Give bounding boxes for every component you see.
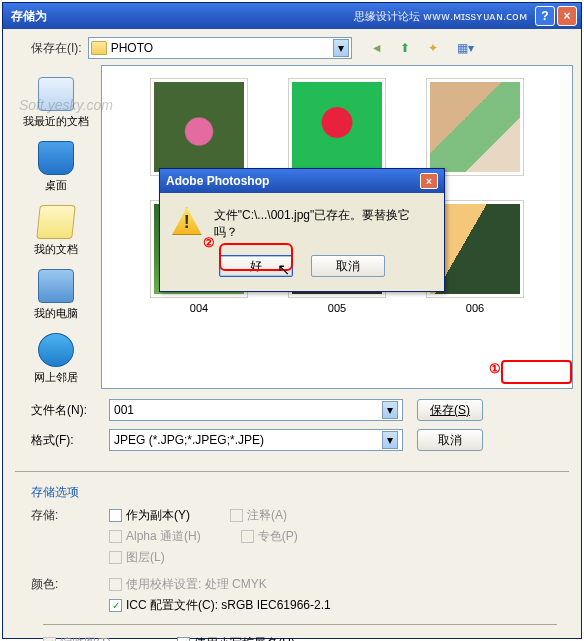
up-folder-button[interactable]: ⬆ (394, 37, 416, 59)
window-title: 存储为 (7, 8, 354, 25)
chevron-down-icon[interactable]: ▾ (382, 431, 398, 449)
titlebar: 存储为 思缘设计论坛 ᴡᴡᴡ.ᴍɪssʏᴜᴀɴ.ᴄᴏᴍ ? × (3, 3, 581, 29)
annotations-checkbox: 注释(A) (230, 507, 287, 524)
dialog-ok-button[interactable]: 好 (219, 255, 293, 277)
lowercase-ext-checkbox[interactable]: ✓使用小写扩展名(U) (177, 635, 295, 641)
file-thumb[interactable] (288, 78, 386, 176)
annotation-number-2: ② (203, 235, 215, 250)
close-button[interactable]: × (557, 6, 577, 26)
location-value: PHOTO (111, 41, 333, 55)
dialog-close-button[interactable]: × (420, 173, 438, 189)
save-button[interactable]: 保存(S) (417, 399, 483, 421)
file-thumb[interactable] (150, 78, 248, 176)
place-network[interactable]: 网上邻居 (16, 329, 96, 389)
save-options-label: 存储: (31, 507, 109, 570)
spot-checkbox: 专色(P) (241, 528, 298, 545)
cancel-button[interactable]: 取消 (417, 429, 483, 451)
format-combo[interactable]: JPEG (*.JPG;*.JPEG;*.JPE) ▾ (109, 429, 403, 451)
place-mydocs[interactable]: 我的文档 (16, 201, 96, 261)
folder-icon (91, 41, 107, 55)
options-title: 存储选项 (31, 484, 109, 501)
chevron-down-icon[interactable]: ▾ (333, 39, 349, 57)
proof-checkbox: 使用校样设置: 处理 CMYK (109, 576, 267, 593)
new-folder-button[interactable]: ✦ (422, 37, 444, 59)
format-label: 格式(F): (31, 432, 109, 449)
file-thumb[interactable] (426, 78, 524, 176)
places-bar: 我最近的文档 桌面 我的文档 我的电脑 网上邻居 (11, 65, 101, 389)
location-combo[interactable]: PHOTO ▾ (88, 37, 352, 59)
filename-input[interactable]: 001 ▾ (109, 399, 403, 421)
back-button[interactable]: ◄ (366, 37, 388, 59)
color-options-label: 颜色: (31, 576, 109, 618)
chevron-down-icon[interactable]: ▾ (382, 401, 398, 419)
help-button[interactable]: ? (535, 6, 555, 26)
alpha-checkbox: Alpha 通道(H) (109, 528, 201, 545)
brand-text: 思缘设计论坛 ᴡᴡᴡ.ᴍɪssʏᴜᴀɴ.ᴄᴏᴍ (354, 9, 527, 24)
save-in-label: 保存在(I): (31, 40, 82, 57)
confirm-dialog: Adobe Photoshop × ! 文件"C:\...\001.jpg"已存… (159, 168, 445, 292)
layers-checkbox: 图层(L) (109, 549, 165, 566)
place-mycomp[interactable]: 我的电脑 (16, 265, 96, 325)
warning-icon: ! (172, 207, 202, 235)
icc-checkbox[interactable]: ✓ICC 配置文件(C): sRGB IEC61966-2.1 (109, 597, 331, 614)
filename-label: 文件名(N): (31, 402, 109, 419)
dialog-titlebar: Adobe Photoshop × (160, 169, 444, 193)
thumbnail-checkbox: ✓缩览图(T) (43, 635, 111, 641)
as-copy-checkbox[interactable]: 作为副本(Y) (109, 507, 190, 524)
location-toolbar: 保存在(I): PHOTO ▾ ◄ ⬆ ✦ ▦▾ (3, 29, 581, 65)
place-recent[interactable]: 我最近的文档 (16, 73, 96, 133)
dialog-cancel-button[interactable]: 取消 (311, 255, 385, 277)
annotation-number-1: ① (489, 361, 501, 376)
view-menu-button[interactable]: ▦▾ (450, 37, 482, 59)
dialog-message: 文件"C:\...\001.jpg"已存在。要替换它吗？ (214, 207, 432, 241)
place-desktop[interactable]: 桌面 (16, 137, 96, 197)
